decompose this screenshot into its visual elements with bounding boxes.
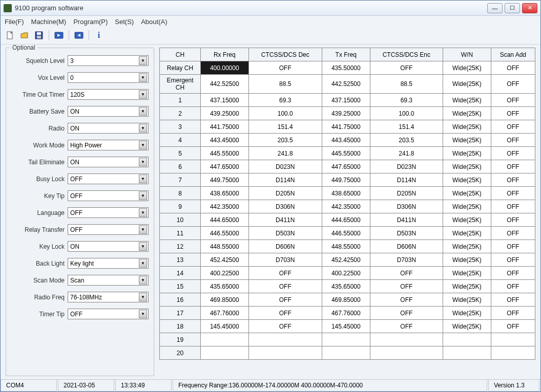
- column-header[interactable]: W/N: [443, 48, 491, 61]
- option-select[interactable]: ON▼: [68, 123, 149, 134]
- table-cell[interactable]: 445.55000: [322, 147, 370, 160]
- option-select[interactable]: High Power▼: [68, 140, 149, 150]
- table-cell[interactable]: 435.50000: [322, 61, 370, 75]
- table-cell[interactable]: 469.85000: [201, 293, 249, 307]
- table-cell[interactable]: OFF: [491, 187, 535, 200]
- option-select[interactable]: OFF▼: [68, 190, 149, 201]
- table-cell[interactable]: 442.52500: [322, 75, 370, 94]
- table-row[interactable]: 15435.65000OFF435.65000OFFWide(25K)OFF: [160, 280, 535, 293]
- table-row[interactable]: 17467.76000OFF467.76000OFFWide(25K)OFF: [160, 307, 535, 320]
- table-cell[interactable]: 400.00000: [201, 61, 249, 75]
- table-cell[interactable]: Wide(25K): [443, 134, 491, 147]
- table-row[interactable]: Relay CH400.00000OFF435.50000OFFWide(25K…: [160, 61, 535, 75]
- table-cell[interactable]: OFF: [491, 227, 535, 240]
- chevron-down-icon[interactable]: ▼: [139, 124, 147, 133]
- column-header[interactable]: Scan Add: [491, 48, 535, 61]
- table-cell[interactable]: 2: [160, 107, 201, 120]
- table-cell[interactable]: OFF: [491, 253, 535, 267]
- column-header[interactable]: CTCSS/DCS Enc: [370, 48, 443, 61]
- table-cell[interactable]: 15: [160, 280, 201, 293]
- table-cell[interactable]: OFF: [370, 320, 443, 333]
- chevron-down-icon[interactable]: ▼: [139, 73, 147, 82]
- table-cell[interactable]: Wide(25K): [443, 240, 491, 253]
- table-cell[interactable]: D703N: [370, 253, 443, 267]
- table-cell[interactable]: 442.52500: [201, 75, 249, 94]
- table-cell[interactable]: Wide(25K): [443, 213, 491, 227]
- table-row[interactable]: Emergent CH442.5250088.5442.5250088.5Wid…: [160, 75, 535, 94]
- option-select[interactable]: OFF▼: [68, 207, 149, 218]
- table-cell[interactable]: OFF: [491, 267, 535, 280]
- table-cell[interactable]: [201, 346, 249, 360]
- table-cell[interactable]: OFF: [491, 320, 535, 333]
- table-cell[interactable]: [322, 346, 370, 360]
- table-cell[interactable]: OFF: [491, 120, 535, 134]
- table-row[interactable]: 9442.35000D306N442.35000D306NWide(25K)OF…: [160, 200, 535, 213]
- table-cell[interactable]: 8: [160, 187, 201, 200]
- table-cell[interactable]: Wide(25K): [443, 320, 491, 333]
- table-cell[interactable]: D606N: [248, 240, 322, 253]
- table-cell[interactable]: 452.42500: [322, 253, 370, 267]
- table-cell[interactable]: 442.35000: [322, 200, 370, 213]
- channel-grid[interactable]: CHRx FreqCTCSS/DCS DecTx FreqCTCSS/DCS E…: [159, 48, 535, 360]
- column-header[interactable]: Rx Freq: [201, 48, 249, 61]
- table-cell[interactable]: 449.75000: [322, 173, 370, 187]
- table-cell[interactable]: [248, 333, 322, 346]
- table-cell[interactable]: Wide(25K): [443, 253, 491, 267]
- column-header[interactable]: CTCSS/DCS Dec: [248, 48, 322, 61]
- table-cell[interactable]: 4: [160, 134, 201, 147]
- table-cell[interactable]: D205N: [248, 187, 322, 200]
- table-cell[interactable]: [370, 346, 443, 360]
- chevron-down-icon[interactable]: ▼: [139, 208, 147, 217]
- table-cell[interactable]: Wide(25K): [443, 293, 491, 307]
- table-row[interactable]: 18145.45000OFF145.45000OFFWide(25K)OFF: [160, 320, 535, 333]
- table-cell[interactable]: Wide(25K): [443, 147, 491, 160]
- table-cell[interactable]: OFF: [491, 173, 535, 187]
- option-select[interactable]: 76-108MHz▼: [68, 292, 149, 302]
- table-cell[interactable]: D606N: [370, 240, 443, 253]
- table-cell[interactable]: 446.55000: [322, 227, 370, 240]
- table-cell[interactable]: Wide(25K): [443, 94, 491, 107]
- table-cell[interactable]: 400.22500: [322, 267, 370, 280]
- table-cell[interactable]: 443.45000: [322, 134, 370, 147]
- table-cell[interactable]: D023N: [370, 160, 443, 173]
- chevron-down-icon[interactable]: ▼: [139, 242, 147, 251]
- table-row[interactable]: 8438.65000D205N438.65000D205NWide(25K)OF…: [160, 187, 535, 200]
- chevron-down-icon[interactable]: ▼: [139, 225, 147, 234]
- table-cell[interactable]: 69.3: [370, 94, 443, 107]
- menu-file[interactable]: File(F): [5, 18, 24, 26]
- table-cell[interactable]: Wide(25K): [443, 61, 491, 75]
- table-cell[interactable]: OFF: [491, 61, 535, 75]
- table-cell[interactable]: 241.8: [248, 147, 322, 160]
- table-cell[interactable]: OFF: [491, 200, 535, 213]
- table-cell[interactable]: 441.75000: [322, 120, 370, 134]
- table-cell[interactable]: 439.25000: [201, 107, 249, 120]
- table-cell[interactable]: 441.75000: [201, 120, 249, 134]
- table-row[interactable]: 6447.65000D023N447.65000D023NWide(25K)OF…: [160, 160, 535, 173]
- chevron-down-icon[interactable]: ▼: [139, 259, 147, 268]
- table-cell[interactable]: [322, 333, 370, 346]
- table-cell[interactable]: 5: [160, 147, 201, 160]
- option-select[interactable]: ON▼: [68, 241, 149, 252]
- option-select[interactable]: OFF▼: [68, 224, 149, 235]
- minimize-button[interactable]: —: [487, 3, 503, 13]
- column-header[interactable]: CH: [160, 48, 201, 61]
- table-cell[interactable]: 445.55000: [201, 147, 249, 160]
- option-select[interactable]: 120S▼: [68, 89, 149, 100]
- table-cell[interactable]: 10: [160, 213, 201, 227]
- chevron-down-icon[interactable]: ▼: [139, 141, 147, 149]
- table-cell[interactable]: 438.65000: [201, 187, 249, 200]
- table-cell[interactable]: Wide(25K): [443, 75, 491, 94]
- table-cell[interactable]: OFF: [248, 293, 322, 307]
- new-icon[interactable]: [5, 30, 16, 41]
- table-cell[interactable]: [370, 333, 443, 346]
- table-cell[interactable]: 443.45000: [201, 134, 249, 147]
- table-cell[interactable]: 448.55000: [322, 240, 370, 253]
- table-cell[interactable]: OFF: [491, 240, 535, 253]
- table-cell[interactable]: 13: [160, 253, 201, 267]
- write-icon[interactable]: [73, 30, 85, 41]
- table-cell[interactable]: OFF: [491, 307, 535, 320]
- table-row[interactable]: 1437.1500069.3437.1500069.3Wide(25K)OFF: [160, 94, 535, 107]
- table-cell[interactable]: 448.55000: [201, 240, 249, 253]
- chevron-down-icon[interactable]: ▼: [139, 310, 147, 318]
- table-cell[interactable]: OFF: [248, 267, 322, 280]
